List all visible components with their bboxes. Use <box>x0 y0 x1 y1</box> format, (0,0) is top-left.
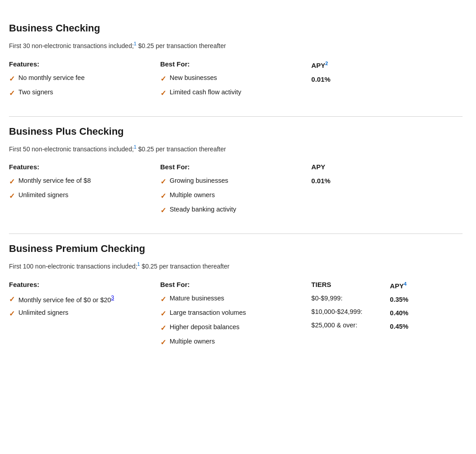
tier-row: $10,000-$24,999: <box>311 308 376 315</box>
tier-apy-row: 0.45% <box>390 323 408 330</box>
features-header-1: Features: <box>9 60 151 68</box>
bestfor-item: ✓ Steady banking activity <box>160 206 303 215</box>
apy-col-1: APY2 0.01% <box>311 60 463 83</box>
tiers-apy-col-3: TIERS $0-$9,999: $10,000-$24,999: $25,00… <box>311 281 463 336</box>
bestfor-item: ✓ Mature businesses <box>160 295 303 304</box>
apy-header-2: APY <box>311 163 454 171</box>
checkmark-icon: ✓ <box>160 89 166 97</box>
checkmark-icon: ✓ <box>160 177 166 186</box>
features-grid-3: Features: ✓ Monthly service fee of $0 or… <box>9 281 463 352</box>
business-plus-checking-section: Business Plus Checking First 50 non-elec… <box>9 116 463 234</box>
bestfor-col-3: Best For: ✓ Mature businesses ✓ Large tr… <box>160 281 312 352</box>
feature-item: ✓ Unlimited signers <box>9 309 151 318</box>
bestfor-text: Large transaction volumes <box>170 309 246 316</box>
bestfor-text: Multiple owners <box>170 338 215 345</box>
subtitle-rest: $0.25 per transaction thereafter <box>137 145 226 152</box>
features-header-3: Features: <box>9 281 151 288</box>
apy-footnote-link[interactable]: 2 <box>325 61 328 66</box>
feature-item: ✓ Two signers <box>9 88 151 97</box>
apy-values-col: APY4 0.35% 0.40% 0.45% <box>390 281 408 336</box>
tier-apy-value: 0.45% <box>390 323 408 330</box>
bestfor-text: Growing businesses <box>170 177 229 184</box>
feature-text: Unlimited signers <box>18 191 68 198</box>
feature-text: Unlimited signers <box>18 309 68 316</box>
checkmark-icon: ✓ <box>160 75 166 83</box>
tier-row: $25,000 & over: <box>311 322 376 329</box>
features-grid-2: Features: ✓ Monthly service fee of $8 ✓ … <box>9 163 463 220</box>
feature-text: No monthly service fee <box>18 74 84 81</box>
apy-value-1: 0.01% <box>311 75 454 83</box>
checkmark-icon: ✓ <box>160 192 166 200</box>
feature-item: ✓ Monthly service fee of $8 <box>9 177 151 186</box>
subtitle-text: First 50 non-electronic transactions inc… <box>9 145 134 152</box>
tier-label: $0-$9,999: <box>311 295 376 302</box>
business-plus-checking-subtitle: First 50 non-electronic transactions inc… <box>9 144 463 153</box>
features-col-3: Features: ✓ Monthly service fee of $0 or… <box>9 281 160 323</box>
bestfor-text: Steady banking activity <box>170 206 236 213</box>
bestfor-col-1: Best For: ✓ New businesses ✓ Limited cas… <box>160 60 312 103</box>
checkmark-icon: ✓ <box>9 89 15 97</box>
feature-text: Monthly service fee of $8 <box>18 177 91 184</box>
feature-text: Monthly service fee of $0 or $203 <box>18 295 114 304</box>
features-header-2: Features: <box>9 163 151 171</box>
checkmark-icon: ✓ <box>160 338 166 347</box>
features-grid-1: Features: ✓ No monthly service fee ✓ Two… <box>9 60 463 103</box>
business-premium-checking-section: Business Premium Checking First 100 non-… <box>9 234 463 366</box>
checkmark-icon: ✓ <box>9 295 15 304</box>
bestfor-item: ✓ Higher deposit balances <box>160 323 303 332</box>
bestfor-item: ✓ Multiple owners <box>160 191 303 200</box>
business-checking-section: Business Checking First 30 non-electroni… <box>9 13 463 116</box>
bestfor-item: ✓ Multiple owners <box>160 338 303 347</box>
bestfor-header-1: Best For: <box>160 60 303 68</box>
tier-label: $10,000-$24,999: <box>311 308 376 315</box>
subtitle-rest: $0.25 per transaction thereafter <box>140 263 229 270</box>
business-plus-checking-title: Business Plus Checking <box>9 126 463 137</box>
apy-header-3: APY4 <box>390 281 408 290</box>
checkmark-icon: ✓ <box>160 309 166 318</box>
footnote-link-3[interactable]: 3 <box>111 295 114 301</box>
apy-col-2: APY 0.01% <box>311 163 463 185</box>
checkmark-icon: ✓ <box>9 75 15 83</box>
bestfor-text: Multiple owners <box>170 191 215 198</box>
bestfor-item: ✓ Limited cash flow activity <box>160 88 303 97</box>
business-premium-checking-subtitle: First 100 non-electronic transactions in… <box>9 261 463 270</box>
bestfor-header-2: Best For: <box>160 163 303 171</box>
apy-footnote-link-4[interactable]: 4 <box>404 281 406 287</box>
tier-label: $25,000 & over: <box>311 322 376 329</box>
tier-apy-row: 0.40% <box>390 309 408 317</box>
checkmark-icon: ✓ <box>160 206 166 215</box>
tier-apy-value: 0.35% <box>390 296 408 303</box>
feature-item: ✓ Unlimited signers <box>9 191 151 200</box>
bestfor-text: Higher deposit balances <box>170 323 240 331</box>
bestfor-item: ✓ New businesses <box>160 74 303 83</box>
bestfor-text: Limited cash flow activity <box>170 88 242 96</box>
business-checking-subtitle: First 30 non-electronic transactions inc… <box>9 40 463 49</box>
subtitle-text: First 100 non-electronic transactions in… <box>9 263 137 270</box>
subtitle-rest: $0.25 per transaction thereafter <box>137 42 226 49</box>
feature-item: ✓ No monthly service fee <box>9 74 151 83</box>
bestfor-col-2: Best For: ✓ Growing businesses ✓ Multipl… <box>160 163 312 220</box>
features-col-2: Features: ✓ Monthly service fee of $8 ✓ … <box>9 163 160 206</box>
features-col-1: Features: ✓ No monthly service fee ✓ Two… <box>9 60 160 103</box>
feature-item: ✓ Monthly service fee of $0 or $203 <box>9 295 151 304</box>
tiers-header: TIERS <box>311 281 376 288</box>
checkmark-icon: ✓ <box>9 192 15 200</box>
tier-apy-value: 0.40% <box>390 309 408 317</box>
checkmark-icon: ✓ <box>160 295 166 304</box>
bestfor-header-3: Best For: <box>160 281 303 288</box>
bestfor-text: New businesses <box>170 74 217 81</box>
apy-header-1: APY2 <box>311 60 454 69</box>
tiers-col: TIERS $0-$9,999: $10,000-$24,999: $25,00… <box>311 281 376 336</box>
feature-text: Two signers <box>18 88 53 96</box>
checkmark-icon: ✓ <box>9 177 15 186</box>
business-checking-title: Business Checking <box>9 22 463 34</box>
checkmark-icon: ✓ <box>9 309 15 318</box>
bestfor-item: ✓ Growing businesses <box>160 177 303 186</box>
apy-value-2: 0.01% <box>311 177 454 185</box>
bestfor-item: ✓ Large transaction volumes <box>160 309 303 318</box>
tiers-apy-wrapper: TIERS $0-$9,999: $10,000-$24,999: $25,00… <box>311 281 454 336</box>
business-premium-checking-title: Business Premium Checking <box>9 243 463 255</box>
tier-apy-row: 0.35% <box>390 296 408 303</box>
tier-row: $0-$9,999: <box>311 295 376 302</box>
subtitle-text: First 30 non-electronic transactions inc… <box>9 42 134 49</box>
